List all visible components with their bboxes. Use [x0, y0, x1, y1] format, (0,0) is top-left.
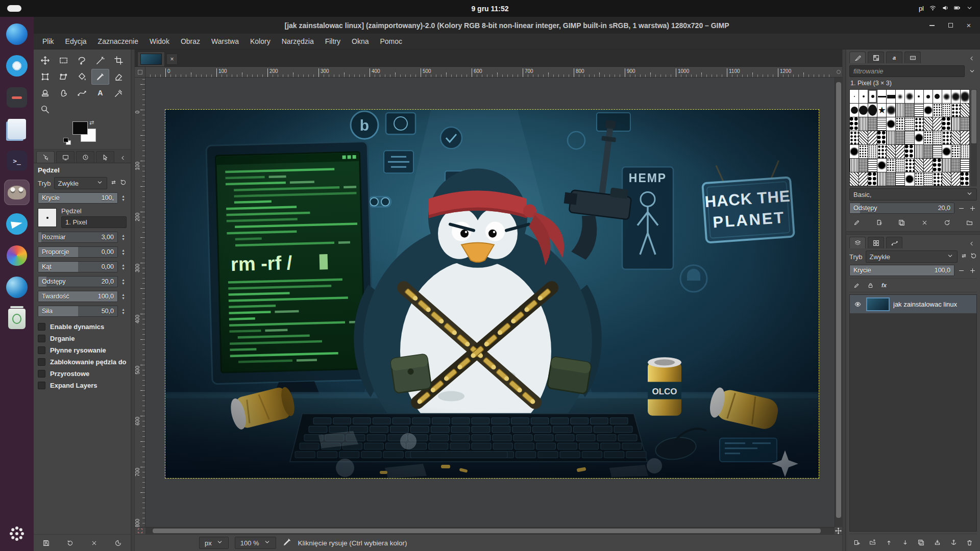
brush-swatch[interactable]	[905, 104, 914, 117]
chevron-down-icon[interactable]	[967, 68, 977, 74]
brush-swatch[interactable]	[850, 159, 859, 172]
brush-swatch[interactable]	[896, 104, 904, 117]
slider-twardo[interactable]: Twardość 100,0	[38, 291, 118, 302]
brush-swatch[interactable]	[933, 131, 942, 144]
menu-warstwa[interactable]: Warstwa	[206, 35, 244, 48]
raise-layer-button[interactable]	[883, 537, 895, 548]
keyboard-layout-indicator[interactable]: pl	[919, 5, 924, 12]
brush-swatch[interactable]	[924, 104, 933, 117]
brush-swatch[interactable]	[942, 145, 951, 158]
layer-row[interactable]: jak zainstalowac linux	[850, 295, 976, 313]
brush-swatch[interactable]	[933, 159, 942, 172]
opacity-decrease-button[interactable]	[957, 265, 966, 276]
save-options-button[interactable]	[40, 537, 52, 548]
brush-swatch[interactable]	[905, 90, 914, 103]
unified-transform-tool[interactable]	[36, 69, 54, 85]
clone-tool[interactable]	[36, 85, 54, 101]
brush-swatch[interactable]	[942, 117, 951, 131]
brush-swatch[interactable]	[915, 104, 923, 117]
brush-swatch[interactable]	[868, 145, 877, 158]
brush-swatch[interactable]	[850, 172, 859, 186]
volume-icon[interactable]	[942, 5, 948, 13]
brush-swatch[interactable]	[887, 104, 895, 117]
unit-combo[interactable]: px	[199, 537, 229, 549]
merge-layer-button[interactable]	[932, 537, 944, 548]
brush-swatch[interactable]	[942, 104, 951, 117]
brush-swatch[interactable]	[905, 145, 914, 158]
slider-rozmiar[interactable]: Rozmiar 3,00	[38, 232, 118, 243]
brush-swatch[interactable]	[905, 172, 914, 186]
dock-photos-icon[interactable]	[4, 243, 30, 268]
network-icon[interactable]	[929, 5, 936, 13]
text-tool[interactable]: A	[91, 85, 109, 101]
brush-swatch[interactable]	[850, 145, 859, 158]
menu-filtry[interactable]: Filtry	[320, 35, 346, 48]
brush-swatch[interactable]	[924, 90, 933, 103]
smudge-tool[interactable]	[55, 85, 72, 101]
vertical-scrollbar[interactable]	[835, 78, 842, 527]
dock-trash-icon[interactable]	[4, 306, 30, 332]
layer-mode-reset-icon[interactable]	[970, 253, 977, 261]
brush-swatch[interactable]	[859, 172, 868, 186]
brush-grid-scrollbar[interactable]	[971, 89, 977, 186]
lock-alpha-button[interactable]: fx	[878, 280, 890, 291]
brush-swatch[interactable]	[961, 159, 969, 172]
brush-swatch[interactable]	[887, 172, 895, 186]
lock-pixels-button[interactable]	[850, 280, 863, 291]
layers-menu-button[interactable]	[966, 238, 977, 248]
checkbox-przyrostowe[interactable]: Przyrostowe	[38, 370, 127, 378]
brush-swatch[interactable]	[961, 117, 969, 131]
checkbox-box[interactable]	[38, 370, 45, 378]
checkbox-box[interactable]	[38, 358, 45, 366]
brush-swatch[interactable]	[850, 90, 859, 103]
brush-swatch[interactable]	[924, 159, 933, 172]
brush-swatch[interactable]	[915, 117, 923, 131]
panel-splitter-right[interactable]	[842, 49, 846, 551]
menu-narz-dzia[interactable]: Narzędzia	[276, 35, 320, 48]
restore-options-button[interactable]	[64, 537, 76, 548]
fg-bg-colors[interactable]: ⇄	[72, 121, 100, 146]
opacity-slider[interactable]: Krycie 100,	[38, 192, 118, 204]
brush-swatch[interactable]	[868, 159, 877, 172]
brush-swatch[interactable]	[933, 145, 942, 158]
brush-swatch[interactable]	[877, 131, 886, 144]
opacity-increase-button[interactable]	[968, 265, 977, 276]
spinner-rozmiar[interactable]: ▴▾	[120, 234, 127, 241]
brush-swatch[interactable]	[859, 90, 868, 103]
dock-firefox-icon[interactable]	[4, 21, 30, 47]
mode-reset-icon[interactable]	[120, 179, 127, 187]
new-brush-button[interactable]	[873, 217, 885, 228]
brush-swatch[interactable]	[915, 172, 923, 186]
brush-spacing-slider[interactable]: Odstępy 20,0	[849, 203, 954, 214]
delete-brush-button[interactable]	[918, 217, 930, 228]
brush-swatch[interactable]	[924, 172, 933, 186]
brush-swatch[interactable]	[859, 159, 868, 172]
visibility-eye-icon[interactable]	[852, 301, 863, 308]
brush-filter-input[interactable]: filtrowanie	[849, 65, 965, 77]
brush-swatch[interactable]	[859, 131, 868, 144]
checkbox-box[interactable]	[38, 346, 45, 354]
brush-category-combo[interactable]: Basic,	[849, 188, 977, 201]
brush-swatch[interactable]	[896, 117, 904, 131]
new-group-button[interactable]	[867, 537, 879, 548]
brush-swatch[interactable]	[933, 172, 942, 186]
menu-plik[interactable]: Plik	[37, 35, 60, 48]
move-tool[interactable]	[36, 53, 54, 68]
checkbox-box[interactable]	[38, 382, 45, 389]
ruler-corner[interactable]	[135, 67, 145, 78]
brush-swatch[interactable]	[942, 159, 951, 172]
brush-swatch[interactable]	[877, 145, 886, 158]
slider-proporcje[interactable]: Proporcje 0,00	[38, 246, 118, 258]
paths-tool[interactable]	[73, 85, 91, 101]
brush-swatch[interactable]	[896, 131, 904, 144]
spinner-twardo[interactable]: ▴▾	[120, 293, 127, 300]
paths-tab[interactable]	[886, 237, 902, 248]
duplicate-layer-button[interactable]	[915, 537, 927, 548]
menu-obraz[interactable]: Obraz	[175, 35, 206, 48]
paintbrush-tool[interactable]	[91, 69, 109, 85]
brush-swatch[interactable]	[961, 145, 969, 158]
brush-swatch[interactable]	[942, 131, 951, 144]
close-button[interactable]: ×	[965, 21, 973, 30]
dock-text-editor-icon[interactable]	[4, 85, 30, 110]
brush-swatch[interactable]	[850, 131, 859, 144]
